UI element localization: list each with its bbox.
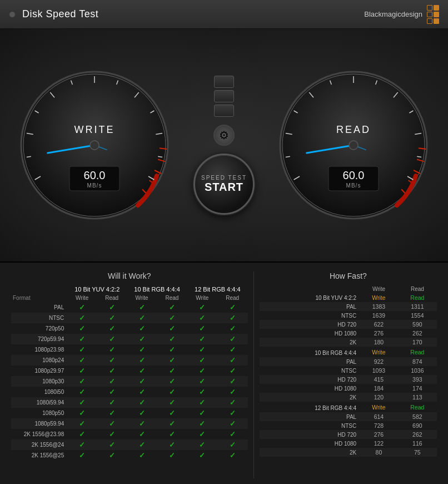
gear-icon[interactable]: ⚙ [213, 125, 235, 146]
format-name: 1080p23.98 [11, 344, 67, 355]
hf-write-header: Write [360, 285, 398, 293]
will-it-work-table: 10 Bit YUV 4:2:2 10 Bit RGB 4:4:4 12 Bit… [11, 285, 248, 461]
will-it-work-section: Will it Work? 10 Bit YUV 4:2:2 10 Bit RG… [11, 271, 253, 478]
table-row: 1080i59.94✓✓✓✓✓✓ [11, 397, 248, 408]
check-cell: ✓ [97, 376, 127, 387]
check-cell: ✓ [97, 355, 127, 366]
table-row: 1080p30✓✓✓✓✓✓ [11, 376, 248, 387]
table-row: 2K 1556@24✓✓✓✓✓✓ [11, 439, 248, 450]
read-value: 393 [398, 375, 437, 384]
table-row: 1080p50✓✓✓✓✓✓ [11, 408, 248, 418]
table-row: NTSC✓✓✓✓✓✓ [11, 313, 248, 323]
check-cell: ✓ [127, 450, 157, 461]
format-btn-3[interactable] [214, 105, 234, 117]
format-name: PAL [11, 302, 67, 313]
check-cell: ✓ [127, 334, 157, 344]
check-cell: ✓ [217, 355, 248, 366]
check-cell: ✓ [97, 334, 127, 344]
check-cell: ✓ [67, 418, 97, 429]
read-value: 582 [398, 412, 437, 421]
hf-data-row: PAL 922 874 [260, 357, 437, 366]
format-btn-1[interactable] [214, 76, 234, 88]
gauge-area: 60.0 MB/s WRITE ⚙ SPEED TEST START [0, 29, 448, 263]
check-cell: ✓ [127, 429, 157, 439]
format-col-header [11, 285, 67, 294]
read-value: 590 [398, 320, 437, 329]
read-sub-3: Read [217, 294, 248, 302]
check-cell: ✓ [187, 418, 217, 429]
check-cell: ✓ [67, 302, 97, 313]
read-value: 1311 [398, 302, 437, 311]
hf-data-row: NTSC 728 690 [260, 421, 437, 430]
check-cell: ✓ [217, 344, 248, 355]
check-cell: ✓ [217, 408, 248, 418]
check-cell: ✓ [67, 323, 97, 334]
write-value: 276 [360, 329, 398, 338]
format-name: 1080i59.94 [11, 397, 67, 408]
check-cell: ✓ [187, 408, 217, 418]
read-value: 1554 [398, 311, 437, 320]
write-gauge: 60.0 MB/s WRITE [17, 67, 172, 223]
title-bar: Disk Speed Test Blackmagicdesign [0, 0, 448, 29]
brand-squares [427, 5, 439, 24]
start-button[interactable]: SPEED TEST START [193, 154, 255, 215]
read-gauge: 60.0 MB/s READ [276, 67, 431, 223]
hf-read-header: Read [398, 285, 437, 293]
results-area: Will it Work? 10 Bit YUV 4:2:2 10 Bit RG… [0, 263, 448, 484]
write-sub-1: Write [67, 294, 97, 302]
check-cell: ✓ [97, 418, 127, 429]
check-cell: ✓ [187, 344, 217, 355]
check-cell: ✓ [127, 302, 157, 313]
hf-format-name: NTSC [260, 311, 360, 320]
col3-header: 12 Bit RGB 4:4:4 [187, 285, 248, 294]
read-value: 174 [398, 384, 437, 393]
check-cell: ✓ [97, 302, 127, 313]
write-col-label: Write [360, 402, 398, 412]
table-row: 2K 1556@23.98✓✓✓✓✓✓ [11, 429, 248, 439]
check-cell: ✓ [157, 323, 187, 334]
check-cell: ✓ [157, 313, 187, 323]
check-cell: ✓ [157, 397, 187, 408]
hf-data-row: HD 720 622 590 [260, 320, 437, 329]
col1-header: 10 Bit YUV 4:2:2 [67, 285, 127, 294]
hf-data-row: PAL 614 582 [260, 412, 437, 421]
svg-text:60.0: 60.0 [343, 169, 365, 181]
format-name: 1080p59.94 [11, 418, 67, 429]
hf-data-row: PAL 1383 1311 [260, 302, 437, 311]
hf-format-name: HD 720 [260, 430, 360, 439]
brand-square-4 [434, 12, 439, 17]
check-cell: ✓ [97, 408, 127, 418]
write-value: 1383 [360, 302, 398, 311]
brand-square-6 [434, 18, 439, 24]
close-button[interactable] [9, 11, 16, 18]
check-cell: ✓ [157, 408, 187, 418]
write-col-label: Write [360, 293, 398, 302]
check-cell: ✓ [127, 323, 157, 334]
table-row: 720p59.94✓✓✓✓✓✓ [11, 334, 248, 344]
check-cell: ✓ [217, 418, 248, 429]
table-row: 1080p24✓✓✓✓✓✓ [11, 355, 248, 366]
check-cell: ✓ [217, 323, 248, 334]
format-name: 1080i50 [11, 387, 67, 397]
group-header: 12 Bit RGB 4:4:4 [260, 402, 360, 412]
check-cell: ✓ [127, 408, 157, 418]
table-row: 2K 1556@25✓✓✓✓✓✓ [11, 450, 248, 461]
svg-text:WRITE: WRITE [74, 124, 115, 135]
format-label: Format [11, 294, 67, 302]
write-value: 922 [360, 357, 398, 366]
check-cell: ✓ [127, 366, 157, 376]
read-col-label: Read [398, 347, 437, 357]
table-row: 720p50✓✓✓✓✓✓ [11, 323, 248, 334]
brand-square-5 [427, 18, 432, 24]
check-cell: ✓ [97, 387, 127, 397]
check-cell: ✓ [217, 302, 248, 313]
gauges-container: 60.0 MB/s WRITE ⚙ SPEED TEST START [0, 67, 448, 223]
check-cell: ✓ [187, 376, 217, 387]
col2-header: 10 Bit RGB 4:4:4 [127, 285, 187, 294]
read-sub-1: Read [97, 294, 127, 302]
check-cell: ✓ [187, 323, 217, 334]
check-cell: ✓ [97, 313, 127, 323]
title-bar-left: Disk Speed Test [9, 8, 98, 20]
write-col-label: Write [360, 347, 398, 357]
format-btn-2[interactable] [214, 90, 234, 102]
